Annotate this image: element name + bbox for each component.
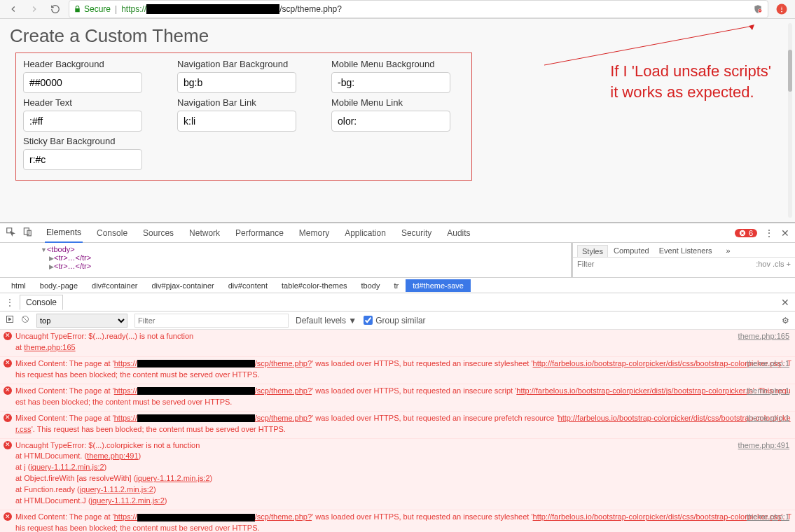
url-text: https:///scp/theme.php?	[121, 4, 342, 15]
devtools-menu-icon[interactable]: ⋮	[764, 227, 774, 239]
console-filter-input[interactable]	[134, 314, 289, 328]
styles-tab-styles[interactable]: Styles	[577, 245, 608, 257]
browser-toolbar: Secure | https:///scp/theme.php?	[0, 0, 795, 19]
lock-icon: Secure	[74, 4, 111, 14]
tab-memory[interactable]: Memory	[298, 228, 331, 238]
extension-icon[interactable]	[774, 1, 789, 17]
console-drawer-tabs: ⋮ Console ✕	[0, 293, 795, 312]
styles-filter-input[interactable]	[577, 260, 752, 268]
elements-tree[interactable]: ▼▼<tbody><tbody> ▶<tr>…</tr> ▶<tr>…</tr>	[0, 243, 571, 277]
tab-security[interactable]: Security	[400, 228, 433, 238]
tab-application[interactable]: Application	[343, 228, 387, 238]
console-error-message: ✕theme.php:1Mixed Content: The page at '…	[0, 412, 795, 439]
console-clear-icon[interactable]	[21, 315, 29, 326]
form-col-3: Mobile Menu Background Mobile Menu Link	[331, 59, 464, 170]
input-nav-bar-background[interactable]	[177, 72, 296, 93]
input-mobile-menu-link[interactable]	[331, 111, 450, 132]
label-sticky-bar-background: Sticky Bar Background	[23, 136, 156, 146]
svg-line-13	[23, 317, 28, 322]
scrollbar-thumb[interactable]	[788, 50, 792, 92]
forward-button[interactable]	[27, 1, 42, 17]
label-header-background: Header Background	[23, 59, 156, 69]
breadcrumb-item[interactable]: div#container	[85, 279, 144, 292]
page-content: Create a Custom Theme Header Background …	[0, 19, 795, 223]
address-bar[interactable]: Secure | https:///scp/theme.php?	[69, 0, 768, 18]
form-col-1: Header Background Header Text Sticky Bar…	[23, 59, 156, 170]
secure-label: Secure	[84, 4, 111, 14]
svg-rect-7	[24, 228, 29, 234]
tab-elements[interactable]: Elements	[45, 227, 83, 243]
breadcrumb-item[interactable]: tbody	[354, 279, 387, 292]
console-error-message: ✕theme.php:1Mixed Content: The page at '…	[0, 510, 795, 532]
label-mobile-menu-background: Mobile Menu Background	[331, 59, 464, 69]
shield-warning-icon[interactable]	[752, 4, 763, 15]
styles-pane: Styles Computed Event Listeners » :hov .…	[571, 243, 795, 277]
tab-sources[interactable]: Sources	[141, 228, 175, 238]
console-error-message: ✕theme.php:491Uncaught TypeError: $(...)…	[0, 439, 795, 511]
console-error-message: ✕theme.php:1Mixed Content: The page at '…	[0, 357, 795, 384]
console-error-message: ✕theme.php:165Uncaught TypeError: $(...)…	[0, 330, 795, 357]
breadcrumb-item[interactable]: tr	[387, 279, 406, 292]
styles-tabs-overflow-icon[interactable]: »	[722, 245, 735, 257]
label-nav-bar-background: Navigation Bar Background	[177, 59, 310, 69]
styles-tab-computed[interactable]: Computed	[609, 245, 654, 257]
input-nav-bar-link[interactable]	[177, 111, 296, 132]
reload-button[interactable]	[48, 1, 63, 17]
input-header-text[interactable]	[23, 111, 142, 132]
url-redacted	[146, 4, 279, 14]
console-output[interactable]: ✕theme.php:165Uncaught TypeError: $(...)…	[0, 330, 795, 532]
drawer-menu-icon[interactable]: ⋮	[6, 298, 14, 307]
tab-console[interactable]: Console	[95, 228, 129, 238]
annotation-text: If I 'Load unsafe scripts' it works as e…	[610, 61, 771, 102]
console-settings-icon[interactable]: ⚙	[782, 316, 789, 326]
breadcrumb-item[interactable]: div#pjax-container	[144, 279, 221, 292]
tab-performance[interactable]: Performance	[234, 228, 285, 238]
theme-form: Header Background Header Text Sticky Bar…	[15, 52, 472, 181]
label-nav-bar-link: Navigation Bar Link	[177, 97, 310, 108]
devtools-close-icon[interactable]: ✕	[781, 227, 789, 239]
breadcrumb-item[interactable]: td#theme-save	[406, 279, 471, 292]
breadcrumb-item[interactable]: table#color-themes	[275, 279, 354, 292]
breadcrumb-item[interactable]: html	[4, 279, 33, 292]
svg-rect-2	[759, 10, 761, 11]
devtools-panel: Elements Console Sources Network Perform…	[0, 223, 795, 532]
console-play-icon[interactable]	[6, 315, 14, 326]
page-title: Create a Custom Theme	[10, 25, 795, 47]
devtools-tabs: Elements Console Sources Network Perform…	[0, 223, 795, 243]
input-sticky-bar-background[interactable]	[23, 149, 142, 170]
device-toggle-icon[interactable]	[22, 227, 32, 239]
form-col-2: Navigation Bar Background Navigation Bar…	[177, 59, 310, 170]
svg-marker-11	[9, 318, 12, 321]
input-mobile-menu-background[interactable]	[331, 72, 450, 93]
inspect-element-icon[interactable]	[6, 227, 15, 239]
tab-audits[interactable]: Audits	[445, 228, 471, 238]
input-header-background[interactable]	[23, 72, 142, 93]
styles-tab-event-listeners[interactable]: Event Listeners	[655, 245, 717, 257]
breadcrumb-item[interactable]: div#content	[221, 279, 275, 292]
tab-network[interactable]: Network	[188, 228, 221, 238]
console-controls: top Default levels ▼ Group similar ⚙	[0, 312, 795, 330]
label-mobile-menu-link: Mobile Menu Link	[331, 97, 464, 108]
group-similar-toggle[interactable]: Group similar	[364, 316, 425, 326]
drawer-tab-console[interactable]: Console	[20, 295, 63, 310]
elements-breadcrumb[interactable]: htmlbody.-pagediv#containerdiv#pjax-cont…	[0, 278, 795, 293]
error-count-badge[interactable]: 6	[735, 229, 757, 237]
console-error-message: ✕theme.php:1Mixed Content: The page at '…	[0, 384, 795, 412]
drawer-close-icon[interactable]: ✕	[781, 297, 789, 308]
styles-hov-cls[interactable]: :hov .cls +	[756, 260, 791, 268]
console-context-select[interactable]: top	[36, 314, 127, 328]
label-header-text: Header Text	[23, 97, 156, 108]
console-levels-dropdown[interactable]: Default levels ▼	[296, 316, 357, 326]
breadcrumb-item[interactable]: body.-page	[33, 279, 85, 292]
back-button[interactable]	[6, 1, 21, 17]
